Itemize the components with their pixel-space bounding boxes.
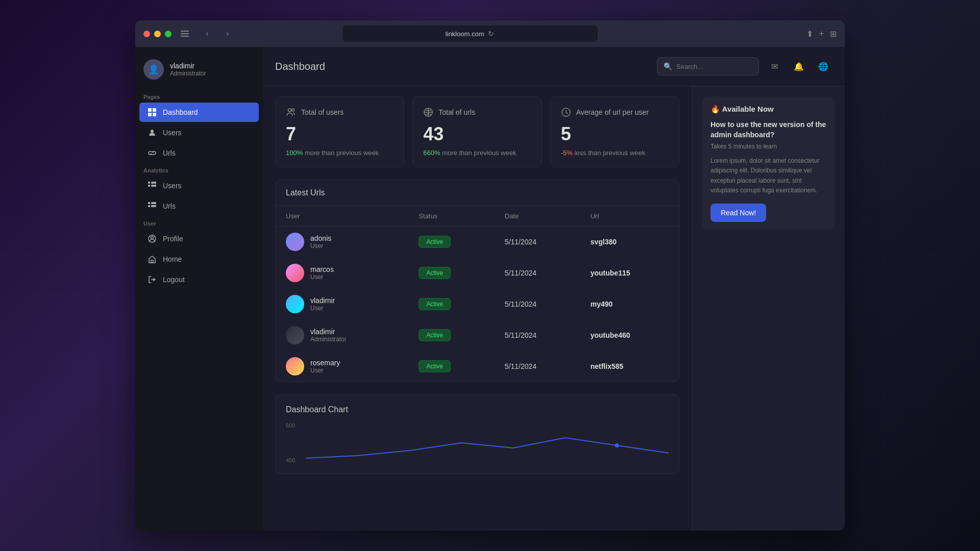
cell-name: marcos [310,265,334,273]
sidebar-item-urls-analytics[interactable]: Urls [139,196,259,216]
table-row: marcos User Active 5/11/2024 youtube115 [276,258,679,289]
user-role: Administrator [170,70,206,77]
sidebar-item-label: Urls [163,202,176,210]
page-header: Dashboard 🔍 ✉ 🔔 🌐 [263,47,845,86]
user-cell-info: vladimir Administrator [310,328,347,343]
row-avatar [286,357,304,375]
cell-date: 5/11/2024 [495,320,580,351]
announcement-body: Lorem ipsum, dolor sit amet consectetur … [710,156,826,195]
globe-icon[interactable]: 🌐 [814,57,832,76]
sidebar-item-label: Logout [163,276,185,284]
notifications-icon[interactable]: 🔔 [790,57,808,76]
svg-rect-11 [151,185,156,187]
chart-svg [306,422,669,463]
avatar: 👤 [143,59,164,80]
svg-rect-1 [181,33,189,34]
svg-rect-12 [148,202,150,204]
sidebar-item-users-pages[interactable]: Users [139,123,259,142]
page-title: Dashboard [275,61,325,72]
user-cell-info: rosemary User [310,359,340,374]
cell-status: Active [408,289,494,320]
analytics-section-label: Analytics [135,163,263,176]
svg-point-7 [151,130,154,133]
users-icon [148,128,157,137]
stat-header-avg: Average of url per user [561,107,669,117]
cell-url: my490 [580,289,679,320]
sidebar-item-logout[interactable]: Logout [139,270,259,289]
sidebar-item-home[interactable]: Home [139,249,259,269]
logout-icon [148,275,157,284]
cell-name: vladimir [310,328,347,336]
users-stat-icon [286,107,296,117]
svg-point-23 [615,443,619,447]
table-row: rosemary User Active 5/11/2024 netflix58… [276,351,679,382]
analytics-users-icon [148,181,157,190]
sidebar-item-label: Profile [163,235,183,243]
cell-user: rosemary User [276,351,408,382]
sidebar-toggle-icon[interactable] [178,27,192,41]
app-layout: 👤 vladimir Administrator Pages D [135,47,845,531]
announcement-title: How to use the new version of the admin … [710,120,826,140]
svg-point-20 [292,109,295,111]
status-badge: Active [419,267,451,279]
cell-status: Active [408,320,494,351]
chart-y-labels: 600 450 [286,422,295,463]
sidebar-item-label: Dashboard [163,108,198,116]
status-badge: Active [419,298,451,310]
announcement-header: 🔥 Available Now [710,105,826,114]
col-header-url: Url [580,206,679,227]
user-cell-info: adonis User [310,234,331,249]
back-button[interactable]: ‹ [200,27,214,41]
stat-value-avg: 5 [561,123,669,145]
search-box[interactable]: 🔍 [657,57,759,76]
row-avatar [286,264,304,282]
cell-user: vladimir User [276,289,408,320]
sidebar-item-urls-pages[interactable]: Urls [139,143,259,163]
search-icon: 🔍 [664,62,672,70]
stats-grid: Total of users 7 100% more than previous… [275,96,679,167]
cell-role: User [310,305,335,312]
col-header-date: Date [495,206,580,227]
table-row: vladimir User Active 5/11/2024 my490 [276,289,679,320]
status-badge: Active [419,236,451,248]
maximize-button[interactable] [165,31,172,37]
user-info: vladimir Administrator [170,62,206,77]
share-icon[interactable]: ⬆ [806,29,813,39]
url-text: linkloom.com [446,30,484,38]
sidebar-item-profile[interactable]: Profile [139,229,259,248]
sidebar-item-users-analytics[interactable]: Users [139,176,259,195]
user-profile: 👤 vladimir Administrator [135,55,263,90]
grid-icon[interactable]: ⊞ [830,29,837,39]
chart-area: 600 450 [286,422,669,463]
read-now-button[interactable]: Read Now! [710,204,766,222]
user-section-label: User [135,216,263,229]
svg-rect-0 [181,31,189,32]
cell-status: Active [408,258,494,289]
stat-header-urls: Total of urls [423,107,531,117]
stat-card-urls: Total of urls 43 660% more than previous… [412,96,542,167]
minimize-button[interactable] [154,31,161,37]
new-tab-icon[interactable]: + [819,29,824,39]
announcement-card: 🔥 Available Now How to use the new versi… [702,96,835,230]
address-bar[interactable]: linkloom.com ↻ [342,26,598,42]
table-row: vladimir Administrator Active 5/11/2024 … [276,320,679,351]
main-content: Dashboard 🔍 ✉ 🔔 🌐 [263,47,845,531]
sidebar-item-dashboard[interactable]: Dashboard [139,103,259,122]
forward-button[interactable]: › [220,27,235,41]
stat-pct-users: 100% [286,149,303,157]
messages-icon[interactable]: ✉ [765,57,783,76]
cell-role: User [310,367,340,374]
cell-user: vladimir Administrator [276,320,408,351]
close-button[interactable] [143,31,150,37]
sidebar: 👤 vladimir Administrator Pages D [135,47,263,531]
sidebar-item-label: Urls [163,149,176,157]
search-input[interactable] [676,63,748,70]
stat-value-users: 7 [286,123,394,145]
cell-role: Administrator [310,336,347,343]
col-header-user: User [276,206,408,227]
refresh-icon[interactable]: ↻ [488,30,494,38]
svg-point-19 [288,109,291,112]
stat-card-avg: Average of url per user 5 -5% less than … [550,96,679,167]
svg-rect-6 [153,113,156,116]
cell-role: User [310,242,331,249]
